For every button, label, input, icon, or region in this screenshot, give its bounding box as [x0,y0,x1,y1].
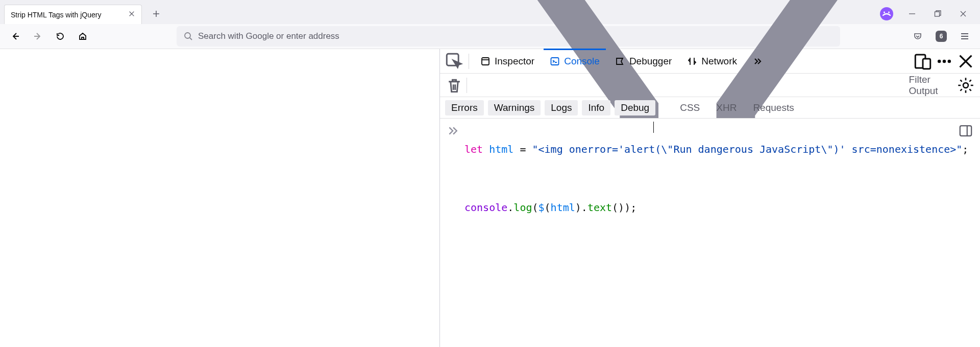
cat-debug[interactable]: Debug [615,100,655,115]
filter-placeholder: Filter Output [909,74,957,97]
svg-point-13 [963,83,968,88]
page-content [0,49,440,347]
app-menu-button[interactable] [954,26,975,47]
tab-network-label: Network [701,56,737,67]
debugger-icon [615,56,625,66]
cat-css[interactable]: CSS [674,100,706,115]
console-settings-button[interactable] [957,76,975,95]
cat-info[interactable]: Info [582,100,610,115]
svg-rect-6 [482,58,489,65]
cat-logs[interactable]: Logs [545,100,578,115]
tab-inspector-label: Inspector [495,56,534,67]
more-tabs-button[interactable] [746,49,769,73]
home-button[interactable] [72,26,93,47]
network-icon [687,56,697,66]
cat-errors[interactable]: Errors [445,100,484,115]
reload-button[interactable] [50,26,70,47]
cat-requests[interactable]: Requests [747,100,800,115]
tab-console[interactable]: Console [544,49,606,73]
chevrons-right-icon [752,56,763,66]
console-categories: Errors Warnings Logs Info Debug CSS XHR … [440,97,980,119]
console-input-line-2: console.log($(html).text()); [447,183,973,232]
devtools-panel: Inspector Console Debugger Network [440,49,980,347]
element-picker-button[interactable] [445,52,463,71]
close-tab-icon[interactable] [128,10,135,19]
tab-debugger[interactable]: Debugger [609,49,678,73]
inspector-icon [480,56,491,66]
tab-debugger-label: Debugger [629,56,672,67]
console-sidebar-toggle[interactable] [959,124,973,138]
browser-tab-active[interactable]: Strip HTML Tags with jQuery [4,5,142,24]
main-area: Inspector Console Debugger Network [0,49,980,347]
tab-console-label: Console [564,56,600,67]
address-placeholder: Search with Google or enter address [198,31,339,41]
tab-inspector[interactable]: Inspector [474,49,541,73]
back-button[interactable] [5,26,26,47]
console-icon [550,56,560,66]
console-prompt-icon [447,125,464,141]
search-icon [184,32,193,41]
close-devtools-button[interactable] [957,52,975,71]
text-cursor [653,122,654,133]
new-tab-button[interactable] [147,5,165,23]
cat-xhr[interactable]: XHR [710,100,743,115]
svg-rect-14 [960,126,971,136]
cat-warnings[interactable]: Warnings [488,100,541,115]
console-filter-bar: Filter Output [440,74,980,97]
tab-network[interactable]: Network [681,49,743,73]
clear-console-button[interactable] [445,76,463,95]
console-body[interactable]: let html = "<img onerror='alert(\"Run da… [440,119,980,347]
tab-title: Strip HTML Tags with jQuery [11,11,128,19]
svg-point-4 [185,33,190,38]
forward-button[interactable] [28,26,48,47]
console-input-line-1: let html = "<img onerror='alert(\"Run da… [447,125,973,174]
